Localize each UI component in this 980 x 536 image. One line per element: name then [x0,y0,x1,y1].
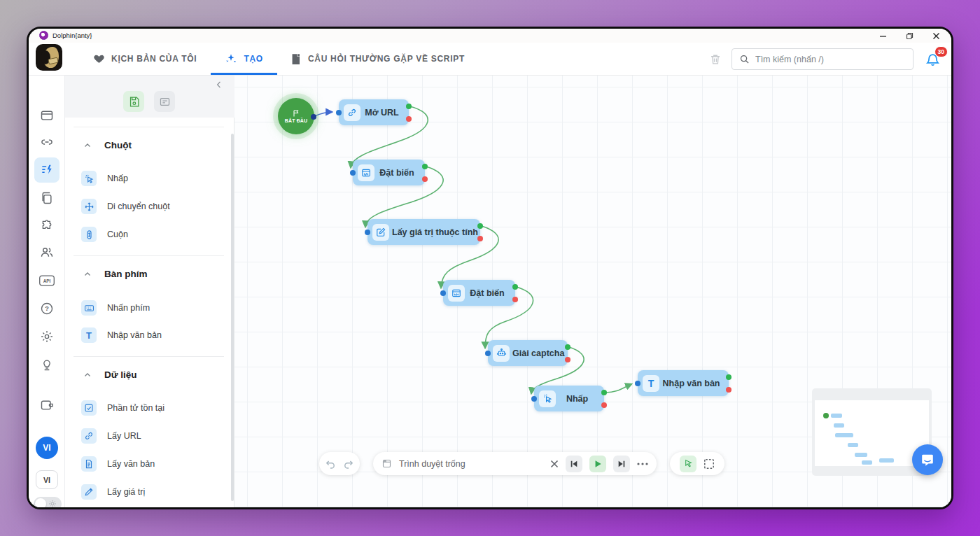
browser-icon [382,458,392,469]
collapse-panel-icon[interactable] [214,80,224,90]
input-port[interactable] [365,230,370,235]
run-toolbar: Trình duyệt trống [373,452,657,475]
step-back-button[interactable] [566,456,582,472]
language-selector[interactable]: VI [36,470,58,489]
pointer-tool-button[interactable] [680,456,696,472]
sun-icon [48,500,57,508]
node-set-variable[interactable]: Đặt biến [353,160,425,185]
bookmark-icon [291,53,302,64]
search-input[interactable] [755,55,906,64]
trash-icon[interactable] [709,52,722,66]
input-port[interactable] [531,396,537,402]
input-port[interactable] [440,290,446,296]
help-question-icon[interactable]: ? [34,296,59,321]
tab-my-scripts[interactable]: KỊCH BẢN CỦA TÔI [79,43,211,75]
success-port[interactable] [477,223,483,229]
theme-toggle[interactable] [34,497,62,509]
node-open-url[interactable]: Mở URL [339,99,409,125]
tab-create[interactable]: TẠO [211,43,277,75]
undo-redo-toolbar [319,452,360,475]
palette-item-scroll[interactable]: Cuộn [81,227,128,242]
close-icon[interactable] [926,29,946,43]
start-output-port[interactable] [311,114,316,120]
tab-script-faq[interactable]: CÂU HỎI THƯỜNG GẶP VỀ SCRIPT [277,43,479,75]
ideas-bulb-icon[interactable] [34,352,59,377]
palette-item-get-value[interactable]: Lấy giá trị [81,484,145,500]
error-port[interactable] [512,297,518,302]
team-users-icon[interactable] [34,239,59,265]
clear-icon[interactable] [550,460,559,468]
support-chat-button[interactable] [912,444,943,475]
success-port[interactable] [512,284,518,290]
input-port[interactable] [336,110,342,115]
error-port[interactable] [406,116,412,122]
input-port[interactable] [485,351,491,356]
minimize-button[interactable] [873,29,892,43]
node-label: Nhấp [556,394,598,404]
marquee-select-icon[interactable] [704,458,715,470]
pages-copies-icon[interactable] [34,185,59,211]
node-get-attribute-value[interactable]: Lấy giá trị thuộc tính [368,219,480,245]
browser-selector[interactable]: Trình duyệt trống [399,459,543,469]
tab-label: TẠO [244,54,263,64]
app-logo[interactable] [36,44,62,71]
redo-icon[interactable] [343,459,354,469]
node-solve-captcha[interactable]: Giải captcha [488,340,568,366]
node-set-variable-2[interactable]: Đặt biến [443,280,515,306]
success-port[interactable] [726,374,732,380]
icon-sidebar: API ? VI VI [29,76,65,509]
error-port[interactable] [601,402,607,408]
saved-scripts-icon[interactable] [123,91,144,112]
undo-icon[interactable] [325,459,336,469]
node-click[interactable]: Nhấp [534,386,604,411]
browser-profiles-icon[interactable] [34,103,59,128]
templates-icon[interactable] [154,91,175,112]
text-icon: T [643,375,659,392]
success-port[interactable] [601,390,607,395]
palette-item-type-text[interactable]: T Nhập văn bản [81,327,162,343]
palette-section-mouse[interactable]: Chuột [83,140,132,150]
error-port[interactable] [422,176,428,182]
palette-item-element-exists[interactable]: Phần tử tồn tại [81,400,164,416]
success-port[interactable] [422,164,428,169]
document-icon [81,456,97,472]
node-type-text[interactable]: T Nhập văn bản [638,370,729,396]
automation-icon[interactable] [34,157,59,183]
node-label: Đặt biến [374,168,419,178]
success-port[interactable] [406,104,412,109]
success-port[interactable] [565,344,570,350]
extensions-puzzle-icon[interactable] [34,213,59,238]
palette-section-data[interactable]: Dữ liệu [83,369,137,380]
start-node[interactable]: BẮT ĐẦU [278,98,314,134]
palette-section-keyboard[interactable]: Bàn phím [83,269,148,279]
palette-item-move-mouse[interactable]: Di chuyển chuột [81,199,170,214]
step-forward-button[interactable] [613,456,630,472]
error-port[interactable] [565,357,570,362]
notifications-bell[interactable]: 30 [923,50,941,69]
error-port[interactable] [477,236,483,241]
panel-scrollbar[interactable] [231,134,234,501]
title-bar: Dolphin{anty} [29,29,951,43]
node-label: Nhập văn bản [659,379,723,388]
select-tools-toolbar [670,452,724,475]
flow-canvas[interactable]: BẮT ĐẦU Mở URL Đặt biến [234,76,953,509]
search-box [732,48,913,70]
proxy-link-icon[interactable] [34,129,59,155]
palette-item-press-key[interactable]: Nhấn phím [81,300,150,316]
input-port[interactable] [350,170,356,176]
heart-icon [93,53,105,64]
settings-gear-icon[interactable] [34,324,59,349]
avatar[interactable]: VI [36,437,58,459]
wallet-icon[interactable] [34,393,59,418]
maximize-button[interactable] [899,29,919,43]
more-options-icon[interactable] [637,463,648,465]
palette-item-get-url[interactable]: Lấy URL [81,428,141,444]
play-button[interactable] [589,456,606,472]
error-port[interactable] [726,387,732,393]
palette-item-click[interactable]: Nhấp [81,171,128,186]
palette-item-get-text[interactable]: Lấy văn bản [81,456,155,472]
api-icon[interactable]: API [34,268,59,293]
input-port[interactable] [635,381,640,386]
section-title: Dữ liệu [104,369,137,380]
magic-sparkles-icon [225,52,237,65]
